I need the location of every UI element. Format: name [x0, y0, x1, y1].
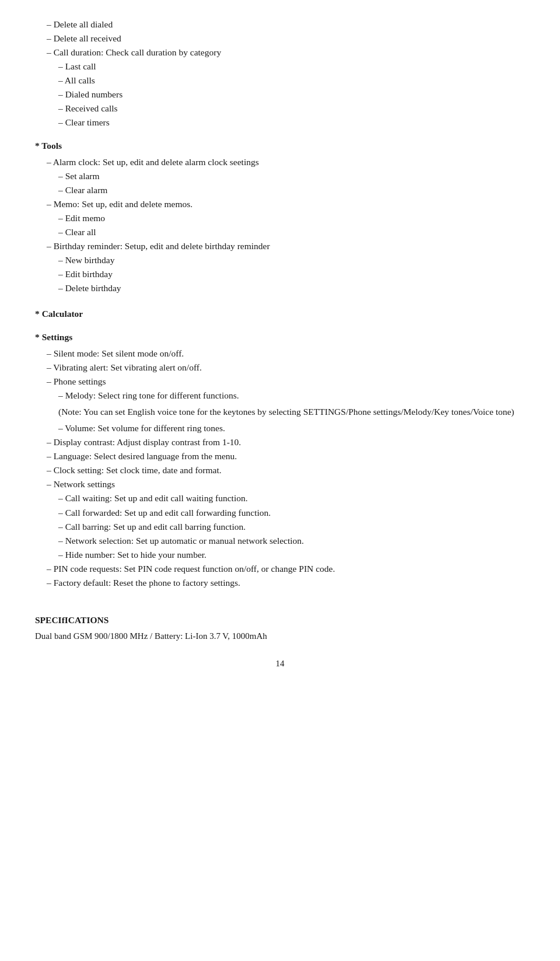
list-item: New birthday	[58, 253, 525, 267]
section-calculator: * Calculator	[35, 307, 525, 321]
list-item: Birthday reminder: Setup, edit and delet…	[47, 239, 525, 253]
list-item: Memo: Set up, edit and delete memos.	[47, 197, 525, 211]
page-number: 14	[35, 657, 525, 670]
list-item: Phone settings	[47, 375, 525, 389]
list-item: Silent mode: Set silent mode on/off.	[47, 347, 525, 361]
list-item: Network selection: Set up automatic or m…	[58, 534, 525, 548]
list-item: Melody: Select ring tone for different f…	[58, 389, 525, 403]
list-item: Set alarm	[58, 169, 525, 183]
list-item: Received calls	[58, 102, 525, 116]
list-item: Call forwarded: Set up and edit call for…	[58, 506, 525, 520]
specs-label: SPECIfICATIONS	[35, 613, 525, 627]
list-item: Network settings	[47, 477, 525, 491]
list-item: Dialed numbers	[58, 88, 525, 102]
list-item: Call waiting: Set up and edit call waiti…	[58, 491, 525, 505]
list-item: Alarm clock: Set up, edit and delete ala…	[47, 155, 525, 169]
list-item: Last call	[58, 60, 525, 74]
section-settings: * Settings	[35, 330, 525, 344]
list-item: Volume: Set volume for different ring to…	[58, 421, 525, 435]
list-item: Clock setting: Set clock time, date and …	[47, 463, 525, 477]
list-item: Edit birthday	[58, 267, 525, 281]
page-footer: SPECIfICATIONS Dual band GSM 900/1800 MH…	[35, 613, 525, 643]
list-item: Clear alarm	[58, 183, 525, 197]
page-content: Delete all dialed Delete all received Ca…	[35, 18, 525, 670]
note-text: (Note: You can set English voice tone fo…	[58, 405, 525, 419]
list-item: Clear all	[58, 225, 525, 239]
list-item: Delete birthday	[58, 281, 525, 295]
list-item: Call duration: Check call duration by ca…	[47, 46, 525, 60]
list-item: Call barring: Set up and edit call barri…	[58, 520, 525, 534]
list-item: Hide number: Set to hide your number.	[58, 548, 525, 562]
list-item: Delete all received	[47, 32, 525, 46]
list-item: All calls	[58, 74, 525, 88]
list-item: Display contrast: Adjust display contras…	[47, 435, 525, 449]
list-item: Delete all dialed	[47, 18, 525, 32]
list-item: Language: Select desired language from t…	[47, 449, 525, 463]
specs-text: Dual band GSM 900/1800 MHz / Battery: Li…	[35, 630, 525, 643]
list-item: Vibrating alert: Set vibrating alert on/…	[47, 361, 525, 375]
list-item: PIN code requests: Set PIN code request …	[47, 562, 525, 576]
list-item: Clear timers	[58, 116, 525, 130]
section-tools: * Tools	[35, 139, 525, 153]
list-item: Factory default: Reset the phone to fact…	[47, 576, 525, 590]
list-item: Edit memo	[58, 211, 525, 225]
